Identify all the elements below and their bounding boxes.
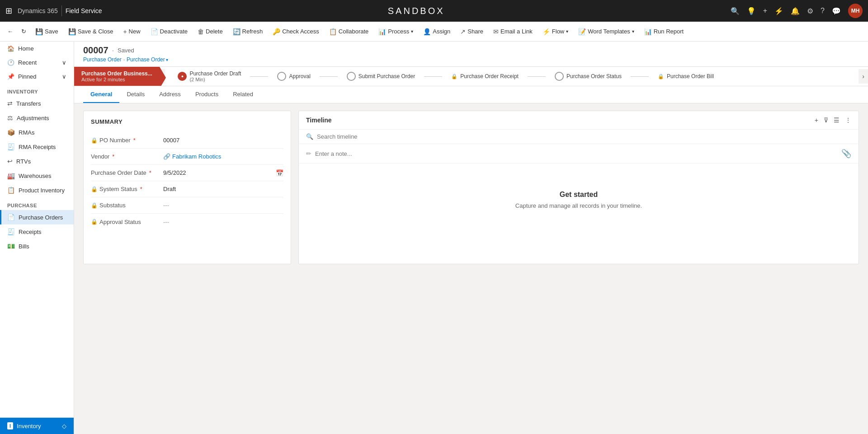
process-expand-button[interactable]: › [859,69,868,84]
field-label-po-number: 🔒 PO Number * [91,137,163,144]
sidebar-item-rmas-label: RMAs [19,129,34,136]
help-icon[interactable]: ? [821,7,825,15]
process-button[interactable]: 📊 Process ▾ [374,26,418,37]
sidebar-item-home[interactable]: 🏠 Home [0,42,74,56]
stage-draft[interactable]: ● Purchase Order Draft (2 Min) [169,70,250,82]
breadcrumb-link-1[interactable]: Purchase Order [83,56,122,63]
sidebar-item-purchase-orders[interactable]: 📄 Purchase Orders [0,210,74,224]
new-button[interactable]: + New [118,26,145,37]
assign-button[interactable]: 👤 Assign [419,26,455,37]
content-area: SUMMARY 🔒 PO Number * 00007 Vendor * [74,103,868,271]
sidebar-item-transfers[interactable]: ⇄ Transfers [0,96,74,111]
sidebar-item-rtvs[interactable]: ↩ RTVs [0,154,74,168]
collaborate-button[interactable]: 📋 Collaborate [325,26,373,37]
timeline-list-icon[interactable]: ☰ [834,117,840,124]
notifications-icon[interactable]: 🔔 [791,7,800,15]
sidebar-item-warehouses[interactable]: 🏭 Warehouses [0,168,74,183]
stage-submit[interactable]: Submit Purchase Order [338,72,424,81]
transfers-icon: ⇄ [7,100,13,107]
timeline-header-icons: + ⊽ ☰ ⋮ [815,117,851,124]
sidebar-item-pinned[interactable]: 📌 Pinned ∨ [0,70,74,84]
field-value-vendor[interactable]: 🔗 Fabrikam Robotics [163,153,283,160]
flow-button[interactable]: ⚡ Flow ▾ [538,26,573,37]
tab-general[interactable]: General [83,86,119,103]
timeline-add-icon[interactable]: + [815,117,818,124]
stage-bill[interactable]: 🔒 Purchase Order Bill [649,73,723,79]
search-icon[interactable]: 🔍 [731,7,740,15]
tab-bar: General Details Address Products Related [74,86,868,103]
new-icon[interactable]: + [763,7,767,15]
process-active-stage[interactable]: Purchase Order Business... Active for 2 … [74,67,160,86]
sidebar-bottom-inventory[interactable]: I Inventory ◇ [0,418,74,434]
user-avatar[interactable]: MH [848,4,863,18]
stage-status-label: Purchase Order Status [566,73,622,79]
note-attachment-icon[interactable]: 📎 [841,149,851,159]
deactivate-icon: 📄 [151,28,158,35]
stage-line-2 [320,76,338,77]
record-title-row: 00007 - Saved [83,45,859,56]
record-header: 00007 - Saved Purchase Order · Purchase … [74,42,868,67]
lightbulb-icon[interactable]: 💡 [747,7,756,15]
rtvs-icon: ↩ [7,158,13,165]
refresh-icon: 🔄 [233,28,241,35]
deactivate-button[interactable]: 📄 Deactivate [146,26,192,37]
timeline-more-icon[interactable]: ⋮ [845,117,851,124]
tab-related[interactable]: Related [226,86,260,103]
back-button[interactable]: ← [4,26,17,37]
stage-draft-dot: ● [181,74,184,79]
nav-separator [61,5,62,16]
tab-details[interactable]: Details [119,86,152,103]
run-report-button[interactable]: 📊 Run Report [640,26,688,37]
forward-button[interactable]: ↻ [18,26,30,37]
check-access-button[interactable]: 🔑 Check Access [268,26,324,37]
tab-products[interactable]: Products [188,86,226,103]
back-icon: ← [7,28,13,35]
sidebar-item-product-inventory[interactable]: 📋 Product Inventory [0,183,74,197]
title-separator: - [112,47,114,54]
save-button[interactable]: 💾 Save [31,26,63,37]
note-input[interactable] [315,150,838,157]
sidebar-item-warehouses-label: Warehouses [19,173,52,179]
tab-address[interactable]: Address [152,86,188,103]
sidebar-item-bills[interactable]: 💵 Bills [0,239,74,253]
email-link-icon: ✉ [493,28,499,35]
save-close-button[interactable]: 💾 Save & Close [64,26,118,37]
refresh-button[interactable]: 🔄 Refresh [228,26,268,37]
vendor-required: * [112,153,114,160]
chat-icon[interactable]: 💬 [832,7,841,15]
sidebar-item-rma-receipts[interactable]: 🧾 RMA Receipts [0,140,74,154]
timeline-search-input[interactable] [317,133,851,140]
field-row-po-number: 🔒 PO Number * 00007 [91,132,283,149]
sidebar-item-adjustments[interactable]: ⚖ Adjustments [0,111,74,125]
vendor-entity-icon: 🔗 [163,153,170,160]
home-icon: 🏠 [7,45,14,52]
sidebar-item-product-inventory-label: Product Inventory [19,187,65,194]
record-saved-status: Saved [118,47,134,54]
stage-draft-label: Purchase Order Draft [189,70,241,77]
delete-button[interactable]: 🗑 Delete [193,26,227,37]
email-link-button[interactable]: ✉ Email a Link [489,26,537,37]
check-access-icon: 🔑 [273,28,280,35]
word-templates-button[interactable]: 📝 Word Templates ▾ [574,26,638,37]
stage-approval-label: Approval [289,73,310,79]
field-value-approval-status: --- [163,219,283,225]
stage-status[interactable]: Purchase Order Status [546,72,631,81]
sidebar-item-rmas[interactable]: 📦 RMAs [0,125,74,140]
process-dropdown-icon: ▾ [411,29,413,34]
save-icon: 💾 [35,28,43,35]
stage-receipt[interactable]: 🔒 Purchase Order Receipt [442,73,528,79]
waffle-menu-icon[interactable]: ⊞ [5,6,12,16]
timeline-filter-icon[interactable]: ⊽ [824,117,828,124]
breadcrumb-link-2[interactable]: Purchase Order ▾ [127,56,168,63]
field-value-po-date[interactable]: 9/5/2022 [163,169,276,176]
sidebar-item-recent[interactable]: 🕐 Recent ∨ [0,56,74,70]
filter-icon[interactable]: ⚡ [774,7,783,15]
settings-icon[interactable]: ⚙ [807,7,813,15]
rma-receipts-icon: 🧾 [7,143,15,150]
inventory-section-label: Inventory [0,84,74,96]
stage-approval[interactable]: Approval [268,72,319,81]
share-button[interactable]: ↗ Share [456,26,488,37]
sidebar-item-receipts[interactable]: 🧾 Receipts [0,224,74,239]
calendar-icon[interactable]: 📅 [276,169,283,177]
approval-status-lock-icon: 🔒 [91,219,98,225]
